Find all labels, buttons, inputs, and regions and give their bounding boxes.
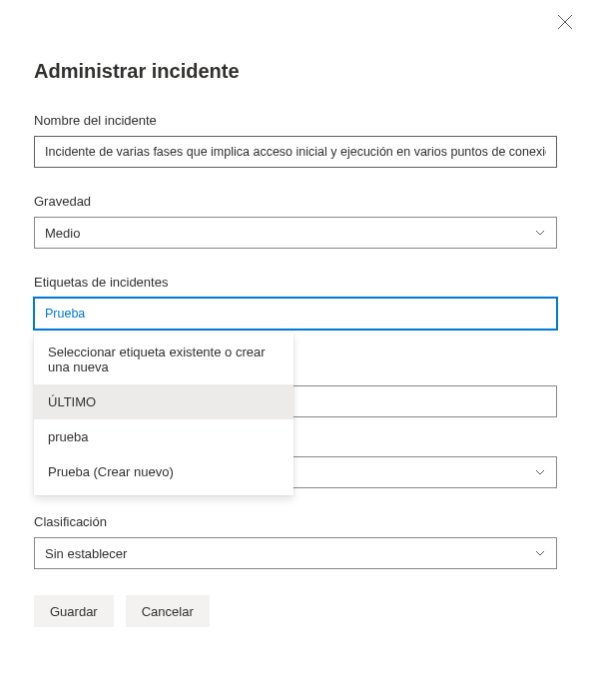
severity-label: Gravedad (34, 194, 557, 209)
chevron-down-icon (534, 227, 546, 239)
chevron-down-icon (534, 466, 546, 478)
chevron-down-icon (534, 547, 546, 559)
close-button[interactable] (557, 14, 573, 30)
incident-name-input[interactable] (34, 136, 557, 168)
tags-option[interactable]: Prueba (Crear nuevo) (34, 454, 294, 489)
incident-name-label: Nombre del incidente (34, 113, 557, 128)
tags-input[interactable] (34, 298, 557, 330)
classification-label: Clasificación (34, 514, 557, 529)
severity-value: Medio (45, 226, 80, 241)
dialog-title: Administrar incidente (34, 60, 557, 83)
tags-dropdown-header: Seleccionar etiqueta existente o crear u… (34, 333, 294, 384)
close-icon (557, 14, 573, 30)
classification-value: Sin establecer (45, 546, 127, 561)
cancel-button[interactable]: Cancelar (126, 595, 210, 627)
tags-option[interactable]: prueba (34, 419, 294, 454)
tags-dropdown: Seleccionar etiqueta existente o crear u… (34, 333, 294, 495)
save-button[interactable]: Guardar (34, 595, 114, 627)
tags-option[interactable]: ÚLTIMO (34, 384, 294, 419)
tags-label: Etiquetas de incidentes (34, 275, 557, 290)
severity-select[interactable]: Medio (34, 217, 557, 249)
classification-select[interactable]: Sin establecer (34, 537, 557, 569)
